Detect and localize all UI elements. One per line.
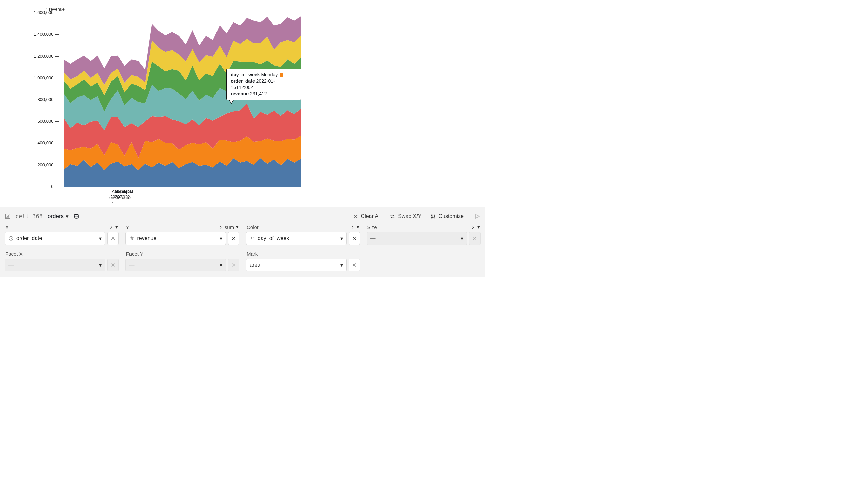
chart-svg-container: order_date → Apr2020JulOctJan2021AprJulO… [64, 13, 301, 187]
quote-icon [250, 236, 255, 241]
x-tick: Oct [126, 189, 133, 194]
tooltip-color-swatch [280, 73, 283, 77]
field-select-y[interactable]: revenue▾ [125, 232, 226, 245]
sliders-icon [430, 214, 436, 219]
field-value: — [370, 235, 376, 241]
datasource-name: orders [48, 213, 64, 220]
y-axis-label: ↑ revenue [45, 7, 472, 12]
field-select-x[interactable]: order_date▾ [5, 232, 105, 245]
y-tick: 400,000 [16, 140, 59, 145]
agg-select[interactable]: Σ ▾ [351, 224, 359, 230]
customize-label: Customize [438, 214, 464, 219]
caret-down-icon: ▾ [66, 213, 69, 220]
clear-field-facetx [107, 259, 119, 271]
agg-select[interactable]: Σ ▾ [472, 224, 480, 230]
clear-field-facety [228, 259, 239, 271]
y-tick: 1,400,000 [16, 32, 59, 37]
caret-down-icon: ▾ [340, 235, 343, 242]
agg-select[interactable]: Σ ▾ [110, 224, 118, 230]
area-chart-svg[interactable] [64, 13, 301, 187]
control-label: Facet X [5, 251, 23, 257]
svg-point-1 [74, 214, 78, 216]
control-size: SizeΣ ▾—▾ [367, 224, 481, 245]
x-icon [353, 214, 359, 219]
y-tick: 600,000 [16, 119, 59, 124]
field-value: — [8, 262, 14, 268]
field-select-facety[interactable]: —▾ [125, 259, 226, 271]
clear-field-x[interactable] [107, 232, 119, 245]
caret-down-icon: ▾ [99, 262, 102, 268]
clear-all-label: Clear All [361, 214, 381, 219]
clear-all-button[interactable]: Clear All [351, 212, 383, 221]
control-label: X [5, 224, 9, 230]
run-icon[interactable] [474, 213, 480, 220]
cell-id: cell 368 [16, 213, 43, 220]
caret-down-icon: ▾ [219, 235, 222, 242]
svg-point-3 [433, 217, 434, 218]
y-tick: 800,000 [16, 97, 59, 102]
control-label: Facet Y [126, 251, 143, 257]
cell-chart-icon [5, 214, 11, 219]
control-y: YΣ sum ▾revenue▾ [125, 224, 240, 245]
agg-select[interactable]: Σ sum ▾ [219, 224, 239, 230]
field-value: revenue [137, 235, 157, 241]
field-select-color[interactable]: day_of_week▾ [246, 232, 347, 245]
y-tick: 0 [16, 184, 59, 189]
y-tick: 1,200,000 [16, 54, 59, 59]
datasource-select[interactable]: orders ▾ [48, 213, 69, 220]
chart-tooltip: day_of_week Monday order_date 2022-01-16… [226, 69, 302, 100]
field-value: order_date [17, 235, 42, 241]
control-facetx: Facet X—▾ [5, 251, 119, 271]
caret-down-icon: ▾ [340, 262, 343, 268]
customize-button[interactable]: Customize [428, 212, 466, 221]
clear-field-size [469, 232, 480, 245]
control-mark: Markarea▾ [246, 251, 360, 271]
tooltip-dow-value: Monday [261, 72, 278, 77]
tooltip-date-label: order_date [230, 78, 255, 84]
field-select-facetx[interactable]: —▾ [5, 259, 105, 271]
tooltip-dow-label: day_of_week [230, 72, 260, 77]
y-tick: 1,600,000 [16, 10, 59, 15]
field-value: day_of_week [258, 235, 289, 241]
chart-container: ↑ revenue 0200,000400,000600,000800,0001… [0, 0, 485, 187]
control-bar: cell 368 orders ▾ Clear All Swap X/Y Cus… [0, 207, 485, 277]
caret-down-icon: ▾ [461, 235, 463, 242]
control-label: Size [367, 224, 377, 230]
svg-point-2 [431, 216, 432, 217]
svg-point-4 [434, 216, 435, 217]
clear-field-mark[interactable] [349, 259, 360, 271]
control-facety: Facet Y—▾ [125, 251, 240, 271]
tooltip-rev-label: revenue [230, 91, 249, 96]
y-tick: 200,000 [16, 162, 59, 167]
control-color: ColorΣ ▾day_of_week▾ [246, 224, 360, 245]
x-axis: order_date → Apr2020JulOctJan2021AprJulO… [114, 187, 130, 202]
field-value: — [129, 262, 134, 268]
hash-icon [129, 236, 134, 241]
caret-down-icon: ▾ [219, 262, 222, 268]
plot-area: 0200,000400,000600,000800,0001,000,0001,… [13, 13, 472, 187]
control-label: Y [126, 224, 129, 230]
field-select-mark[interactable]: area▾ [246, 259, 347, 271]
control-x: XΣ ▾order_date▾ [5, 224, 119, 245]
y-axis: 0200,000400,000600,000800,0001,000,0001,… [13, 13, 60, 187]
swap-xy-button[interactable]: Swap X/Y [388, 212, 423, 221]
control-bar-top: cell 368 orders ▾ Clear All Swap X/Y Cus… [5, 211, 480, 224]
clear-field-color[interactable] [349, 232, 360, 245]
clear-field-y[interactable] [228, 232, 239, 245]
clock-icon [8, 236, 14, 241]
caret-down-icon: ▾ [99, 235, 102, 242]
swap-label: Swap X/Y [398, 214, 421, 219]
field-value: area [250, 262, 260, 268]
swap-icon [390, 214, 395, 219]
tooltip-rev-value: 231,412 [250, 91, 267, 96]
control-grid: XΣ ▾order_date▾YΣ sum ▾revenue▾ColorΣ ▾d… [5, 224, 480, 271]
field-select-size[interactable]: —▾ [367, 232, 467, 245]
database-icon[interactable] [73, 214, 79, 219]
control-label: Color [247, 224, 259, 230]
control-label: Mark [247, 251, 258, 257]
y-tick: 1,000,000 [16, 75, 59, 80]
